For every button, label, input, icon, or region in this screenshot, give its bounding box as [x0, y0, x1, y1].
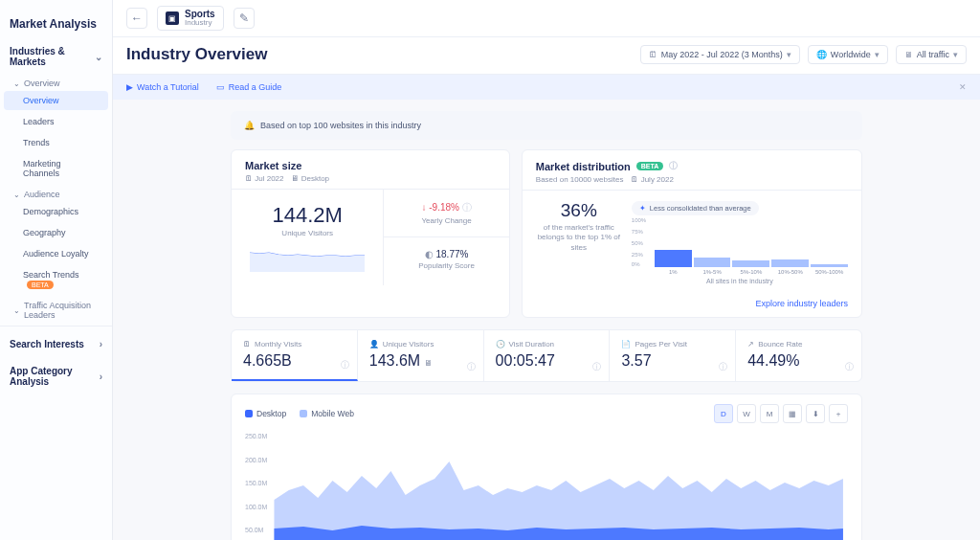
chevron-down-icon: ⌄ — [13, 306, 20, 315]
date-range-filter[interactable]: 🗓 May 2022 - Jul 2022 (3 Months) ▾ — [640, 45, 800, 64]
info-icon: ⓘ — [462, 202, 472, 213]
market-distribution-title: Market distribution — [536, 161, 631, 172]
sidebar-item-demographics[interactable]: Demographics — [4, 202, 108, 221]
bar-1-5pct — [694, 258, 731, 267]
region-filter[interactable]: 🌐 Worldwide ▾ — [808, 45, 888, 64]
sidebar-item-geography[interactable]: Geography — [4, 223, 108, 242]
desktop-icon: 🖥 — [424, 358, 433, 368]
chevron-right-icon: › — [100, 371, 102, 382]
sidebar-group-audience[interactable]: ⌄ Audience — [0, 184, 112, 201]
metric-monthly-visits[interactable]: 🗓Monthly Visits 4.665B ⓘ — [232, 330, 358, 381]
granularity-week-button[interactable]: W — [737, 404, 756, 423]
desktop-icon: 🖥 — [291, 174, 299, 183]
metric-visit-duration[interactable]: 🕒Visit Duration 00:05:47 ⓘ — [484, 330, 611, 381]
traffic-chart-card: Desktop Mobile Web D W M ▦ ⬇ ＋ — [231, 394, 862, 540]
info-icon: ⓘ — [845, 361, 854, 373]
gauge-icon: ◐ — [425, 249, 434, 259]
bar-50-100pct — [811, 264, 848, 268]
unique-visitors-label: Unique Visitors — [245, 229, 369, 237]
pages-icon: 📄 — [621, 340, 631, 349]
granularity-day-button[interactable]: D — [714, 404, 733, 423]
download-button[interactable]: ⬇ — [806, 404, 825, 423]
unique-visitors-value: 144.2M — [245, 203, 369, 228]
market-distribution-card: Market distribution BETA ⓘ Based on 1000… — [522, 149, 862, 318]
calendar-icon: 🗓 — [649, 50, 657, 59]
back-button[interactable]: ← — [126, 8, 147, 29]
granularity-month-button[interactable]: M — [760, 404, 779, 423]
distribution-caption: All sites in the industry — [632, 278, 848, 284]
sidebar-item-overview[interactable]: Overview — [4, 91, 108, 110]
add-button[interactable]: ＋ — [829, 404, 848, 423]
distribution-pct-value: 36% — [536, 200, 622, 221]
legend-desktop[interactable]: Desktop — [245, 409, 286, 418]
metrics-strip: 🗓Monthly Visits 4.665B ⓘ 👤Unique Visitor… — [231, 329, 862, 382]
metric-pages-per-visit[interactable]: 📄Pages Per Visit 3.57 ⓘ — [610, 330, 736, 381]
edit-button[interactable]: ✎ — [234, 8, 255, 29]
read-guide-link[interactable]: ▭Read a Guide — [216, 82, 282, 92]
calendar-icon: 🗓 — [631, 175, 638, 184]
help-bar: ▶Watch a Tutorial ▭Read a Guide ✕ — [113, 75, 980, 100]
info-icon: 🔔 — [244, 121, 255, 130]
market-size-card: Market size 🗓 Jul 2022 🖥 Desktop 144.2M … — [231, 149, 510, 318]
info-icon: ⓘ — [669, 160, 678, 172]
table-view-button[interactable]: ▦ — [783, 404, 802, 423]
globe-icon: 🌐 — [816, 50, 827, 59]
metric-bounce-rate[interactable]: ↗Bounce Rate 44.49% ⓘ — [736, 330, 861, 381]
metric-unique-visitors[interactable]: 👤Unique Visitors 143.6M 🖥 ⓘ — [358, 330, 484, 381]
sidebar-group-traffic-acq[interactable]: ⌄ Traffic Acquisition Leaders — [0, 295, 112, 322]
chevron-down-icon: ⌄ — [13, 191, 20, 199]
distribution-pct-label: of the market's traffic belongs to the t… — [536, 223, 622, 253]
bounce-icon: ↗ — [747, 340, 754, 349]
distribution-xlabels: 1% 1%-5% 5%-10% 10%-50% 50%-100% — [632, 269, 848, 275]
sidebar: Market Analysis Industries & Markets ⌄ ⌄… — [0, 0, 113, 540]
distribution-bar-chart: 100% 75% 50% 25% 0% — [632, 219, 848, 267]
sidebar-group-overview[interactable]: ⌄ Overview — [0, 73, 112, 90]
sidebar-section-label: Industries & Markets — [10, 46, 91, 67]
industry-icon: ▣ — [166, 11, 179, 25]
sidebar-item-search-interests[interactable]: Search Interests › — [0, 330, 112, 357]
sidebar-title: Market Analysis — [0, 8, 112, 42]
market-size-sparkline — [250, 245, 365, 272]
explore-leaders-link[interactable]: Explore industry leaders — [755, 299, 848, 308]
sidebar-item-leaders[interactable]: Leaders — [4, 112, 108, 131]
traffic-filter[interactable]: 🖥 All traffic ▾ — [896, 45, 967, 64]
book-icon: ▭ — [216, 82, 225, 92]
user-icon: 👤 — [369, 340, 379, 349]
popularity-label: Popularity Score — [393, 261, 499, 270]
info-icon: ⓘ — [341, 359, 349, 371]
sidebar-item-trends[interactable]: Trends — [4, 133, 108, 152]
calendar-icon: 🗓 — [245, 174, 253, 183]
main: ← ▣ Sports Industry ✎ Industry Overview … — [113, 0, 980, 540]
bar-1pct — [655, 250, 692, 267]
notice-banner: 🔔 Based on top 100 websites in this indu… — [231, 111, 862, 140]
info-icon: ⓘ — [467, 361, 476, 373]
chart-legend: Desktop Mobile Web — [245, 409, 354, 418]
chevron-down-icon: ▾ — [875, 50, 880, 59]
titlebar: Industry Overview 🗓 May 2022 - Jul 2022 … — [113, 37, 980, 75]
sidebar-item-app-category[interactable]: App Category Analysis › — [0, 357, 112, 394]
play-icon: ▶ — [126, 82, 133, 92]
industry-sublabel: Industry — [185, 19, 215, 27]
sidebar-item-marketing-channels[interactable]: Marketing Channels — [4, 154, 108, 183]
traffic-area-chart: 250.0M 200.0M 150.0M 100.0M 50.0M 0 — [245, 433, 848, 540]
watch-tutorial-link[interactable]: ▶Watch a Tutorial — [126, 82, 199, 92]
sidebar-item-audience-loyalty[interactable]: Audience Loyalty — [4, 244, 108, 263]
calendar-icon: 🗓 — [243, 340, 251, 349]
chevron-down-icon: ⌄ — [13, 79, 20, 88]
market-size-title: Market size — [245, 160, 496, 171]
sidebar-section-industries[interactable]: Industries & Markets ⌄ — [0, 42, 112, 73]
sidebar-item-search-trends[interactable]: Search Trends BETA — [4, 265, 108, 294]
page-title: Industry Overview — [126, 45, 267, 64]
clock-icon: 🕒 — [496, 340, 505, 349]
info-icon: ⓘ — [592, 361, 601, 373]
bar-10-50pct — [771, 259, 809, 268]
beta-badge: BETA — [27, 281, 54, 289]
consolidation-badge: ✦ Less consolidated than average — [632, 201, 759, 215]
legend-mobile-web[interactable]: Mobile Web — [300, 409, 354, 418]
sparkle-icon: ✦ — [639, 204, 646, 213]
close-icon[interactable]: ✕ — [959, 82, 967, 92]
chevron-down-icon: ▾ — [787, 50, 791, 59]
yearly-change-label: Yearly Change — [393, 216, 499, 225]
industry-chip[interactable]: ▣ Sports Industry — [157, 6, 224, 31]
bar-5-10pct — [732, 260, 769, 267]
